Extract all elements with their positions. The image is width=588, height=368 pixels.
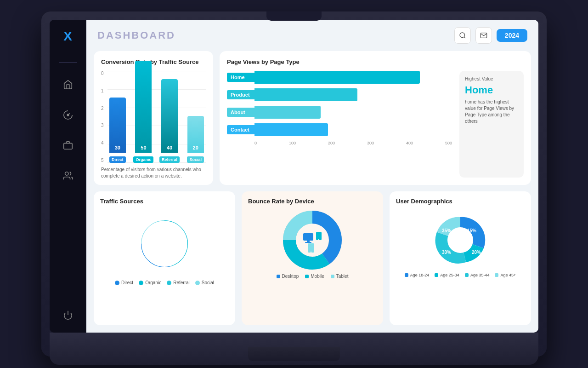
sidebar-icon-power[interactable] — [60, 307, 76, 323]
page-views-title: Page Views by Page Type — [227, 58, 524, 65]
page-views-card: Page Views by Page Type Home Product — [220, 51, 531, 185]
demo-legend: Age 18-24 Age 25-34 Age 35-44 — [405, 273, 516, 277]
svg-point-22 — [318, 239, 319, 240]
device-legend: Desktop Mobile Tablet — [277, 274, 349, 279]
y-axis: 5 4 3 2 1 0 — [101, 71, 107, 163]
svg-point-0 — [67, 114, 69, 116]
svg-text:15%: 15% — [467, 228, 476, 233]
svg-rect-21 — [316, 232, 322, 240]
svg-point-5 — [460, 33, 465, 38]
traffic-sources-title: Traffic Sources — [100, 198, 229, 205]
demo-age-25-34: Age 25-34 — [435, 273, 459, 277]
bounce-chart — [276, 210, 349, 270]
hbar-about: About — [227, 106, 452, 119]
donut-container: Direct Organic Referral — [100, 210, 229, 285]
bar-chart-area: 5 4 3 2 1 0 — [101, 71, 206, 163]
main-content: DASHBOARD 2024 — [86, 20, 538, 333]
bars-container: 30 Direct 50 Organic — [107, 71, 206, 163]
year-button[interactable]: 2024 — [497, 29, 527, 42]
bar-organic: 50 Organic — [133, 61, 154, 163]
legend-referral: Referral — [167, 280, 190, 285]
svg-rect-19 — [307, 241, 310, 242]
svg-text:35%: 35% — [442, 228, 451, 233]
svg-point-3 — [65, 172, 68, 175]
svg-rect-1 — [63, 143, 72, 149]
hbar-x-axis: 0 100 200 300 400 500 — [227, 141, 452, 145]
highest-value-desc: home has the highest value for Page View… — [465, 99, 518, 125]
svg-rect-23 — [308, 243, 314, 253]
mail-button[interactable] — [475, 27, 492, 44]
bar-referral: 40 Referral — [159, 79, 180, 163]
hbar-product: Product — [227, 88, 452, 101]
svg-rect-20 — [305, 242, 311, 243]
bounce-rate-title: Bounce Rate by Device — [248, 198, 377, 205]
svg-text:20%: 20% — [472, 250, 481, 255]
demo-age-35-44: Age 35-44 — [465, 273, 490, 277]
highest-value-box: Highest Value Home home has the highest … — [459, 71, 524, 178]
content-area: Conversion Rate by Traffic Source 5 4 3 … — [86, 51, 538, 333]
traffic-sources-card: Traffic Sources — [94, 191, 235, 325]
device-desktop: Desktop — [277, 274, 299, 279]
hbar-home: Home — [227, 71, 452, 84]
laptop-frame: X — [41, 12, 547, 356]
demo-age-45plus: Age 45+ — [495, 273, 516, 277]
legend-organic: Organic — [139, 280, 161, 285]
svg-text:30%: 30% — [442, 250, 451, 255]
laptop-base — [50, 333, 538, 365]
hbar-section: Home Product About — [227, 71, 452, 178]
traffic-donut-chart — [135, 214, 194, 274]
laptop-notch — [266, 12, 322, 21]
laptop-stand — [248, 347, 340, 361]
demographics-card: User Demographics — [390, 191, 531, 325]
bar-direct: 30 Direct — [107, 98, 128, 163]
conversion-rate-card: Conversion Rate by Traffic Source 5 4 3 … — [94, 51, 213, 185]
demo-age-18-24: Age 18-24 — [405, 273, 430, 277]
sidebar-icon-users[interactable] — [60, 167, 76, 184]
legend-social: Social — [195, 280, 214, 285]
demo-inner: 15% 20% 30% 35% Age 18-24 — [396, 210, 525, 277]
search-button[interactable] — [454, 27, 471, 44]
svg-line-6 — [464, 37, 465, 38]
sidebar-divider — [59, 62, 77, 63]
highest-value-label: Highest Value — [465, 76, 518, 81]
header: DASHBOARD 2024 — [86, 20, 538, 51]
logo: X — [63, 29, 72, 44]
bar-chart-description: Percentage of visitors from various chan… — [101, 167, 206, 179]
page-title: DASHBOARD — [97, 29, 175, 41]
legend-direct: Direct — [115, 280, 133, 285]
device-mobile: Mobile — [305, 274, 324, 279]
bar-social: 20 Social — [185, 116, 206, 163]
svg-rect-18 — [303, 233, 313, 241]
bounce-inner: Desktop Mobile Tablet — [248, 210, 377, 279]
hbar-contact: Contact — [227, 123, 452, 136]
svg-point-12 — [152, 231, 177, 257]
bottom-row: Traffic Sources — [94, 191, 531, 325]
svg-point-24 — [311, 252, 311, 253]
bounce-rate-card: Bounce Rate by Device — [242, 191, 383, 325]
donut-legend: Direct Organic Referral — [115, 280, 214, 285]
demographics-title: User Demographics — [396, 198, 525, 205]
page-views-inner: Home Product About — [227, 71, 524, 178]
demographics-chart: 15% 20% 30% 35% — [428, 210, 492, 270]
device-tablet: Tablet — [331, 274, 349, 279]
highest-value: Home — [465, 84, 518, 96]
sidebar: X — [50, 20, 86, 333]
header-actions: 2024 — [454, 27, 527, 44]
sidebar-icon-gauge[interactable] — [60, 107, 76, 123]
sidebar-icon-home[interactable] — [60, 76, 76, 93]
laptop-screen: X — [50, 20, 538, 333]
sidebar-icon-briefcase[interactable] — [60, 137, 76, 154]
